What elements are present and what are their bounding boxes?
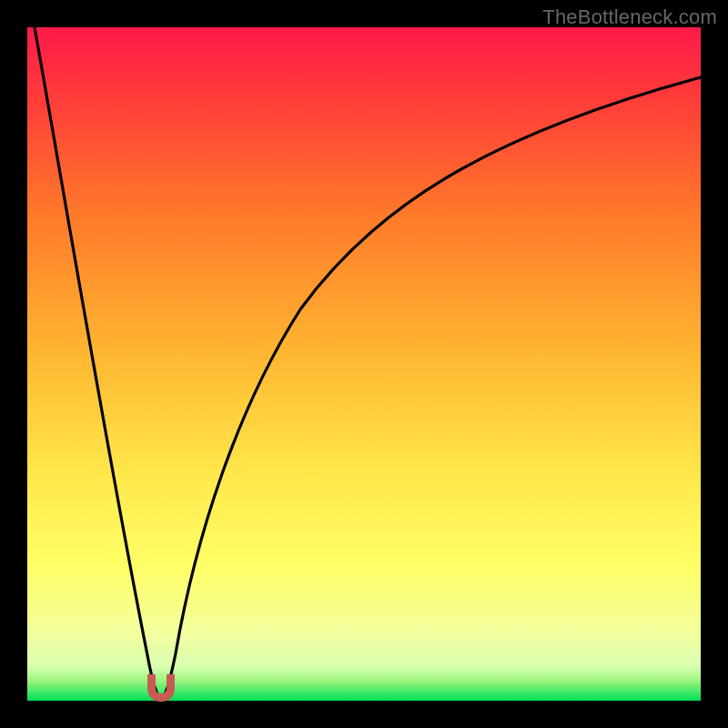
plot-area (27, 27, 701, 701)
optimal-marker (147, 674, 175, 702)
watermark-text: TheBottleneck.com (542, 5, 717, 29)
bottleneck-curve (27, 27, 701, 701)
